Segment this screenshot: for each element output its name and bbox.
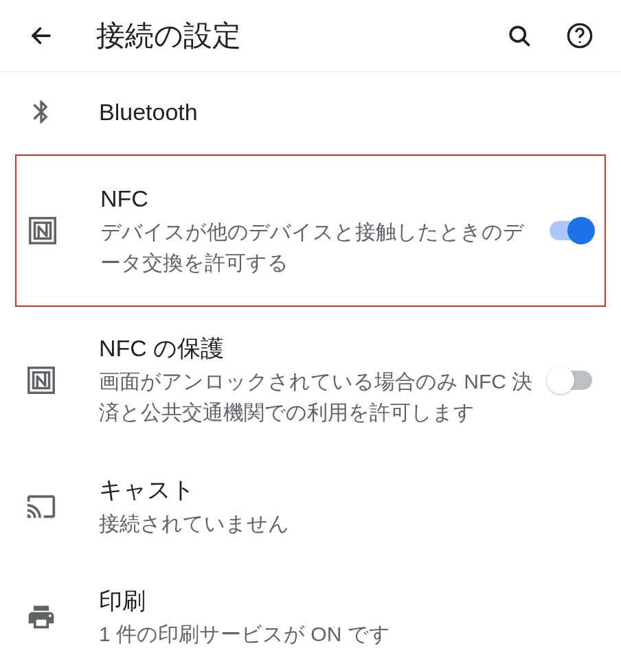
setting-title: キャスト [99,474,596,505]
svg-line-2 [523,39,528,45]
toggle-thumb [547,367,574,394]
help-icon [566,22,594,49]
cast-icon [25,490,58,523]
settings-list: Bluetooth NFC デバイスが他のデバイスと接触したときのデータ交換を許… [0,72,621,672]
setting-title: NFC の保護 [99,333,533,363]
nfc-protection-toggle[interactable] [547,367,596,394]
svg-point-4 [579,41,581,43]
search-button[interactable] [503,19,536,52]
toggle-thumb [567,217,595,244]
setting-title: Bluetooth [99,97,596,127]
help-button[interactable] [563,19,596,52]
print-icon [25,601,58,634]
setting-content: Bluetooth [99,97,596,127]
setting-content: NFC の保護 画面がアンロックされている場合のみ NFC 決済と公共交通機関で… [99,333,533,428]
page-title: 接続の設定 [96,16,503,55]
setting-title: NFC [100,183,532,213]
bluetooth-icon [25,95,58,128]
nfc-icon [25,364,58,397]
setting-content: NFC デバイスが他のデバイスと接触したときのデータ交換を許可する [100,183,532,278]
setting-subtitle: デバイスが他のデバイスと接触したときのデータ交換を許可する [100,216,532,278]
nfc-icon [26,214,59,247]
setting-item-bluetooth[interactable]: Bluetooth [0,72,621,152]
header: 接続の設定 [0,0,621,72]
setting-item-print[interactable]: 印刷 1 件の印刷サービスが ON です [0,562,621,672]
setting-subtitle: 画面がアンロックされている場合のみ NFC 決済と公共交通機関での利用を許可しま… [99,366,533,428]
setting-item-nfc-protection[interactable]: NFC の保護 画面がアンロックされている場合のみ NFC 決済と公共交通機関で… [0,310,621,451]
setting-subtitle: 1 件の印刷サービスが ON です [99,618,596,649]
nfc-toggle[interactable] [545,217,595,244]
setting-content: キャスト 接続されていません [99,474,596,538]
back-button[interactable] [25,19,58,52]
search-icon [507,23,532,48]
header-actions [503,19,596,52]
arrow-back-icon [29,23,54,48]
setting-subtitle: 接続されていません [99,508,596,539]
setting-title: 印刷 [99,586,596,616]
setting-item-cast[interactable]: キャスト 接続されていません [0,451,621,561]
setting-item-nfc[interactable]: NFC デバイスが他のデバイスと接触したときのデータ交換を許可する [15,154,606,307]
setting-content: 印刷 1 件の印刷サービスが ON です [99,586,596,649]
